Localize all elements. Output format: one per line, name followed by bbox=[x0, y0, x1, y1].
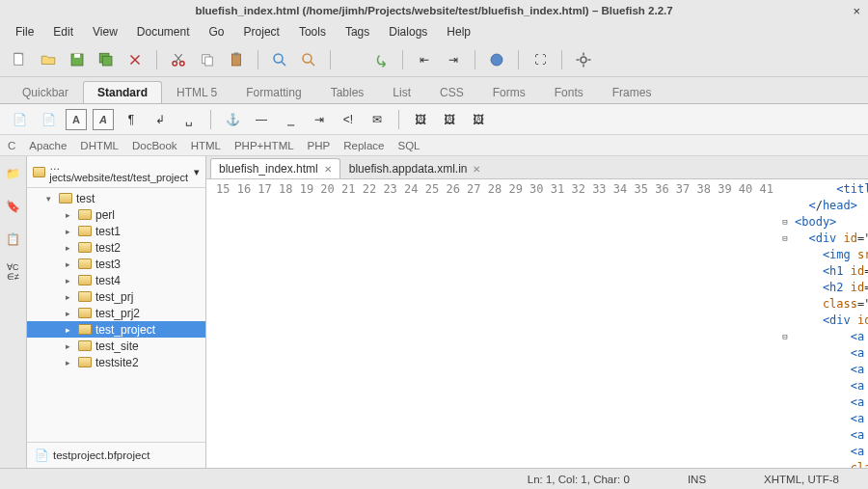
browser-preview-icon[interactable] bbox=[485, 48, 508, 71]
status-position: Ln: 1, Col: 1, Char: 0 bbox=[528, 474, 630, 485]
indent-icon[interactable]: ⇤ bbox=[413, 48, 436, 71]
tree-root[interactable]: ▾test bbox=[27, 190, 205, 206]
tooltab-html5[interactable]: HTML 5 bbox=[162, 81, 231, 103]
tree-item-test4[interactable]: ▸test4 bbox=[27, 272, 205, 288]
search-icon[interactable] bbox=[268, 48, 291, 71]
lang-php[interactable]: PHP bbox=[308, 140, 331, 151]
menu-help[interactable]: Help bbox=[439, 23, 478, 41]
chevron-down-icon: ▾ bbox=[194, 166, 200, 178]
tooltab-fonts[interactable]: Fonts bbox=[540, 81, 598, 103]
paste-icon[interactable] bbox=[225, 48, 248, 71]
lang-c[interactable]: C bbox=[8, 140, 15, 151]
close-icon[interactable]: × bbox=[853, 4, 860, 18]
close-file-icon[interactable] bbox=[123, 48, 147, 71]
close-tab-icon[interactable]: ✕ bbox=[324, 164, 332, 175]
tree-item-test_prj2[interactable]: ▸test_prj2 bbox=[27, 305, 205, 321]
path-selector[interactable]: …jects/website/test/test_project ▾ bbox=[27, 156, 205, 188]
lang-replace[interactable]: Replace bbox=[343, 140, 384, 151]
tree-item-testsite2[interactable]: ▸testsite2 bbox=[27, 354, 205, 370]
tree-item-test2[interactable]: ▸test2 bbox=[27, 239, 205, 256]
bold-icon[interactable]: A bbox=[66, 109, 87, 130]
bookmarks-icon[interactable]: 🔖 bbox=[2, 195, 25, 218]
menu-tags[interactable]: Tags bbox=[338, 23, 377, 41]
tree-item-perl[interactable]: ▸perl bbox=[27, 206, 205, 223]
editor-tab-bluefish-appdata-xml-in[interactable]: bluefish.appdata.xml.in✕ bbox=[340, 158, 490, 178]
tree-item-test_site[interactable]: ▸test_site bbox=[27, 338, 205, 354]
charmap-icon[interactable]: ∀C∈≠ bbox=[2, 260, 25, 284]
menu-go[interactable]: Go bbox=[202, 23, 232, 41]
menu-file[interactable]: File bbox=[8, 23, 41, 41]
quickstart-icon[interactable]: 📄 bbox=[8, 108, 31, 131]
tree-item-test_project[interactable]: ▸test_project bbox=[27, 321, 205, 338]
menu-dialogs[interactable]: Dialogs bbox=[381, 23, 435, 41]
paragraph-icon[interactable]: ¶ bbox=[120, 108, 143, 131]
cut-icon[interactable] bbox=[167, 48, 190, 71]
tooltab-tables[interactable]: Tables bbox=[316, 81, 379, 103]
preferences-icon[interactable] bbox=[572, 48, 595, 71]
svg-point-13 bbox=[491, 54, 502, 66]
tree-item-test_prj[interactable]: ▸test_prj bbox=[27, 288, 205, 305]
tooltab-quickbar[interactable]: Quickbar bbox=[8, 81, 83, 103]
file-tree[interactable]: ▾test▸perl▸test1▸test2▸test3▸test4▸test_… bbox=[27, 188, 205, 442]
center-icon[interactable]: ⎯ bbox=[279, 108, 302, 131]
image-icon[interactable]: 🖼 bbox=[409, 108, 432, 131]
tree-item-test1[interactable]: ▸test1 bbox=[27, 223, 205, 239]
save-all-icon[interactable] bbox=[95, 48, 118, 71]
email-icon[interactable]: ✉ bbox=[366, 108, 389, 131]
nbsp-icon[interactable]: ␣ bbox=[177, 108, 201, 131]
tooltab-frames[interactable]: Frames bbox=[598, 81, 666, 103]
redo-icon[interactable] bbox=[369, 48, 393, 71]
break-icon[interactable]: ↲ bbox=[149, 108, 172, 131]
status-insert-mode[interactable]: INS bbox=[688, 474, 706, 485]
project-file[interactable]: 📄 testproject.bfproject bbox=[27, 442, 205, 468]
tooltab-css[interactable]: CSS bbox=[425, 81, 478, 103]
rightalign-icon[interactable]: ⇥ bbox=[308, 108, 331, 131]
editor-tab-bluefish_index-html[interactable]: bluefish_index.html✕ bbox=[210, 158, 340, 178]
lang-apache[interactable]: Apache bbox=[29, 140, 67, 151]
fullscreen-icon[interactable]: ⛶ bbox=[529, 48, 552, 71]
svg-point-14 bbox=[581, 57, 586, 63]
advanced-search-icon[interactable] bbox=[297, 48, 320, 71]
multithumb-icon[interactable]: 🖼 bbox=[467, 108, 490, 131]
lang-docbook[interactable]: DocBook bbox=[132, 140, 177, 151]
separator bbox=[258, 50, 258, 69]
lang-dhtml[interactable]: DHTML bbox=[80, 140, 119, 151]
tooltab-formatting[interactable]: Formatting bbox=[231, 81, 315, 103]
tooltab-forms[interactable]: Forms bbox=[478, 81, 540, 103]
fold-column[interactable]: ⊟⊟⊟⊟⊟| bbox=[779, 179, 791, 468]
thumbnail-icon[interactable]: 🖼 bbox=[438, 108, 461, 131]
tree-item-test3[interactable]: ▸test3 bbox=[27, 256, 205, 272]
open-file-icon[interactable] bbox=[37, 48, 60, 71]
code-editor[interactable]: 15 16 17 18 19 20 21 22 23 24 25 26 27 2… bbox=[206, 179, 868, 468]
snippets-icon[interactable]: 📋 bbox=[2, 228, 25, 251]
status-encoding[interactable]: XHTML, UTF-8 bbox=[764, 474, 839, 485]
body-icon[interactable]: 📄 bbox=[37, 108, 60, 131]
menu-document[interactable]: Document bbox=[129, 23, 198, 41]
tooltab-standard[interactable]: Standard bbox=[83, 81, 162, 103]
undo-icon[interactable] bbox=[340, 48, 364, 71]
tooltab-list[interactable]: List bbox=[378, 81, 425, 103]
menu-project[interactable]: Project bbox=[236, 23, 287, 41]
menu-tools[interactable]: Tools bbox=[291, 23, 334, 41]
save-icon[interactable] bbox=[66, 48, 89, 71]
new-file-icon[interactable] bbox=[8, 48, 31, 71]
lang-html[interactable]: HTML bbox=[191, 140, 221, 151]
separator bbox=[561, 50, 562, 69]
folder-icon bbox=[33, 167, 45, 177]
comment-icon[interactable]: <! bbox=[337, 108, 360, 131]
svg-rect-0 bbox=[14, 53, 23, 65]
separator bbox=[156, 50, 157, 69]
menu-edit[interactable]: Edit bbox=[45, 23, 81, 41]
anchor-icon[interactable]: ⚓ bbox=[221, 108, 244, 131]
svg-point-12 bbox=[303, 54, 312, 63]
close-tab-icon[interactable]: ✕ bbox=[473, 164, 480, 175]
lang-sql[interactable]: SQL bbox=[397, 140, 420, 151]
lang-php-html[interactable]: PHP+HTML bbox=[234, 140, 294, 151]
italic-icon[interactable]: A bbox=[93, 109, 114, 130]
menu-view[interactable]: View bbox=[85, 23, 125, 41]
code-content[interactable]: <title>Bluefish Editor : Home</title> </… bbox=[791, 179, 868, 468]
filebrowser-icon[interactable]: 📁 bbox=[2, 162, 25, 185]
unindent-icon[interactable]: ⇥ bbox=[442, 48, 465, 71]
copy-icon[interactable] bbox=[196, 48, 219, 71]
hrule-icon[interactable]: — bbox=[250, 108, 273, 131]
